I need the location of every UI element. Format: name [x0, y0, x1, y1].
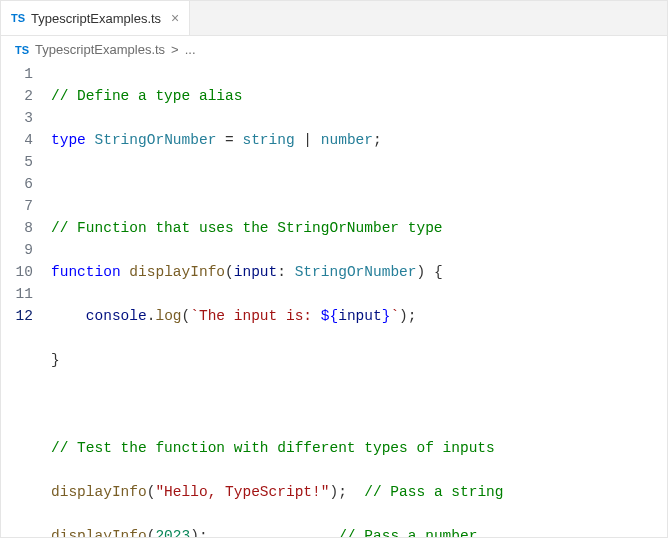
- code-content[interactable]: // Define a type alias type StringOrNumb…: [51, 63, 667, 538]
- breadcrumb-more: ...: [185, 42, 196, 57]
- ts-file-icon: TS: [15, 44, 29, 56]
- breadcrumb[interactable]: TS TypescriptExamples.ts > ...: [1, 36, 667, 63]
- breadcrumb-filename: TypescriptExamples.ts: [35, 42, 165, 57]
- tab-filename: TypescriptExamples.ts: [31, 11, 161, 26]
- ts-file-icon: TS: [11, 12, 25, 24]
- tab-bar: TS TypescriptExamples.ts ×: [1, 1, 667, 36]
- code-editor[interactable]: 1 2 3 4 5 6 7 8 9 10 11 12 // Define a t…: [1, 63, 667, 538]
- line-gutter: 1 2 3 4 5 6 7 8 9 10 11 12: [1, 63, 51, 538]
- editor-tab[interactable]: TS TypescriptExamples.ts ×: [1, 1, 190, 35]
- close-icon[interactable]: ×: [171, 10, 179, 26]
- breadcrumb-sep: >: [171, 42, 179, 57]
